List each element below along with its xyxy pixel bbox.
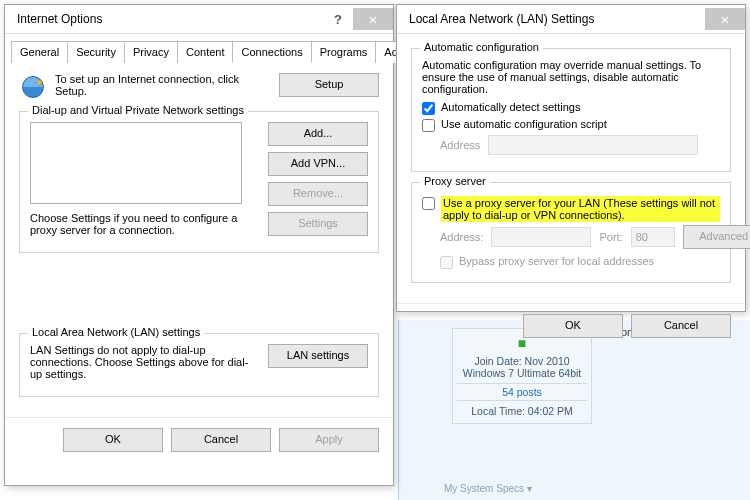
system-specs-link[interactable]: My System Specs ▾ bbox=[444, 483, 532, 494]
auto-config-group: Automatic configuration Automatic config… bbox=[411, 48, 731, 172]
add-vpn-button[interactable]: Add VPN... bbox=[268, 152, 368, 176]
cancel-button[interactable]: Cancel bbox=[171, 428, 271, 452]
setup-text: To set up an Internet connection, click … bbox=[55, 73, 271, 97]
proxy-port-input bbox=[631, 227, 675, 247]
globe-icon bbox=[19, 73, 47, 101]
proxy-address-label: Address: bbox=[440, 231, 483, 243]
connections-listbox[interactable] bbox=[30, 122, 242, 204]
tab-general[interactable]: General bbox=[11, 41, 68, 63]
proxy-address-input bbox=[491, 227, 591, 247]
help-button[interactable]: ? bbox=[323, 8, 353, 30]
dialup-group: Dial-up and Virtual Private Network sett… bbox=[19, 111, 379, 253]
auto-config-legend: Automatic configuration bbox=[420, 41, 543, 53]
tab-content[interactable]: Content bbox=[177, 41, 234, 63]
lan-settings-button[interactable]: LAN settings bbox=[268, 344, 368, 368]
close-button[interactable]: × bbox=[353, 8, 393, 30]
autodetect-checkbox[interactable]: Automatically detect settings bbox=[422, 101, 720, 115]
address-label: Address bbox=[440, 139, 480, 151]
tab-programs[interactable]: Programs bbox=[311, 41, 377, 63]
proxy-port-label: Port: bbox=[599, 231, 622, 243]
lan-settings-dialog: Local Area Network (LAN) Settings × Auto… bbox=[396, 4, 746, 312]
script-address-input bbox=[488, 135, 698, 155]
auto-config-text: Automatic configuration may override man… bbox=[422, 59, 720, 95]
dialup-legend: Dial-up and Virtual Private Network sett… bbox=[28, 104, 248, 116]
apply-button: Apply bbox=[279, 428, 379, 452]
ok-button[interactable]: OK bbox=[523, 314, 623, 338]
tab-connections[interactable]: Connections bbox=[232, 41, 311, 63]
autoscript-checkbox[interactable]: Use automatic configuration script bbox=[422, 118, 720, 132]
local-time: Local Time: 04:02 PM bbox=[457, 405, 587, 417]
choose-settings-text: Choose Settings if you need to configure… bbox=[30, 212, 260, 236]
remove-button: Remove... bbox=[268, 182, 368, 206]
bypass-checkbox: Bypass proxy server for local addresses bbox=[440, 255, 720, 269]
lan-group: Local Area Network (LAN) settings LAN Se… bbox=[19, 333, 379, 397]
ok-button[interactable]: OK bbox=[63, 428, 163, 452]
advanced-button: Advanced bbox=[683, 225, 750, 249]
setup-button[interactable]: Setup bbox=[279, 73, 379, 97]
add-button[interactable]: Add... bbox=[268, 122, 368, 146]
lan-text: LAN Settings do not apply to dial-up con… bbox=[30, 344, 260, 380]
tab-privacy[interactable]: Privacy bbox=[124, 41, 178, 63]
use-proxy-label: Use a proxy server for your LAN (These s… bbox=[441, 196, 720, 222]
use-proxy-checkbox[interactable]: Use a proxy server for your LAN (These s… bbox=[422, 196, 720, 222]
post-count[interactable]: 54 posts bbox=[457, 383, 587, 401]
join-date: Join Date: Nov 2010 bbox=[457, 355, 587, 367]
cancel-button[interactable]: Cancel bbox=[631, 314, 731, 338]
proxy-group: Proxy server Use a proxy server for your… bbox=[411, 182, 731, 283]
settings-button: Settings bbox=[268, 212, 368, 236]
internet-options-dialog: Internet Options ? × General Security Pr… bbox=[4, 4, 394, 486]
tab-strip: General Security Privacy Content Connect… bbox=[11, 40, 387, 63]
close-button[interactable]: × bbox=[705, 8, 745, 30]
proxy-legend: Proxy server bbox=[420, 175, 490, 187]
lan-legend: Local Area Network (LAN) settings bbox=[28, 326, 204, 338]
dialog-title: Internet Options bbox=[17, 12, 323, 26]
user-os: Windows 7 Ultimate 64bit bbox=[457, 367, 587, 379]
dialog-title: Local Area Network (LAN) Settings bbox=[409, 12, 705, 26]
tab-security[interactable]: Security bbox=[67, 41, 125, 63]
